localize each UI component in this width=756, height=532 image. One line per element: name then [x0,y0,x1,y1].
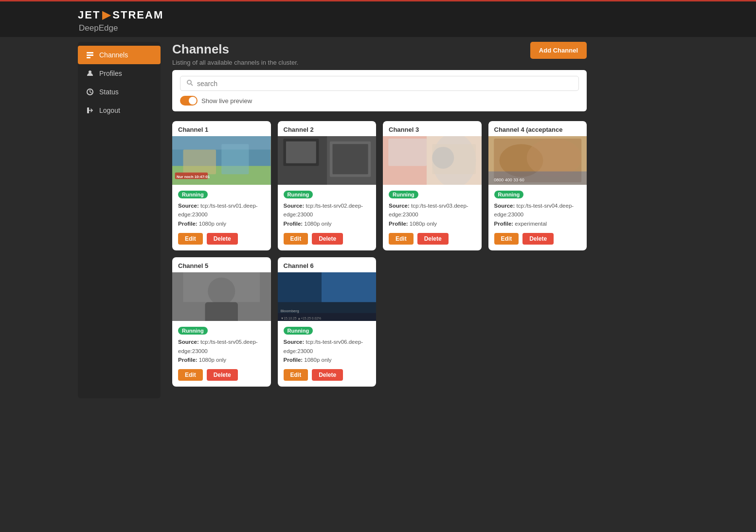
channel-5-thumb [172,272,271,321]
main-layout: Channels Profiles Status [0,37,756,398]
svg-text:▼15.10.25  ▲+15.25  0.02%: ▼15.10.25 ▲+15.25 0.02% [280,317,321,320]
channel-2-delete-button[interactable]: Delete [312,233,343,245]
channel-4-delete-button[interactable]: Delete [522,233,554,245]
channel-4-thumb: 0800 400 33 60 [488,136,587,185]
logo: JET ▶ STREAM [78,9,163,21]
channel-1-info: Source: tcp:/ts-test-srv01.deep-edge:230… [178,201,265,228]
channel-6-body: Running Source: tcp:/ts-test-srv06.deep-… [278,321,377,387]
svg-rect-35 [205,302,238,321]
channel-1-edit-button[interactable]: Edit [178,233,203,245]
page-subtitle: Listing of all available channels in the… [172,59,298,66]
sidebar-status-label: Status [99,88,119,96]
channel-5-info: Source: tcp:/ts-test-srv05.deep-edge:230… [178,337,265,364]
svg-line-6 [191,84,193,86]
channel-6-title: Channel 6 [278,257,377,272]
channel-grid-row1: Channel 1 Nur noch 10:47:01 [172,121,587,250]
channel-card-4: Channel 4 (acceptance 0800 400 33 60 Run [488,121,587,250]
show-preview-toggle[interactable] [180,96,198,106]
profiles-icon [86,69,94,78]
svg-rect-2 [87,57,90,58]
svg-rect-17 [286,142,316,163]
channel-2-edit-button[interactable]: Edit [284,233,308,245]
svg-text:0800 400 33 60: 0800 400 33 60 [494,177,524,182]
search-row [180,76,579,91]
sidebar-item-channels[interactable]: Channels [78,46,161,64]
svg-point-29 [526,139,581,177]
channel-3-body: Running Source: tcp:/ts-test-srv03.deep-… [383,185,482,250]
channel-card-5: Channel 5 Running Source: t [172,257,271,387]
svg-point-5 [187,80,191,84]
svg-text:Bloomberg: Bloomberg [280,309,299,313]
sidebar-channels-label: Channels [99,51,128,59]
content-area: Channels Listing of all available channe… [161,42,598,398]
channel-4-status: Running [494,191,524,198]
channel-4-actions: Edit Delete [494,233,581,245]
channel-4-info: Source: tcp:/ts-test-srv04.deep-edge:230… [494,201,581,228]
logo-text-stream: STREAM [112,9,163,21]
svg-rect-1 [87,54,93,56]
search-filter-box: Show live preview [172,70,587,111]
logout-icon [86,106,94,115]
channel-5-delete-button[interactable]: Delete [207,369,238,381]
svg-rect-19 [332,144,368,174]
channel-2-body: Running Source: tcp:/ts-test-srv02.deep-… [278,185,377,250]
channel-card-2: Channel 2 Running [278,121,377,250]
app-name: DeepEdge [78,23,118,33]
svg-rect-36 [183,272,260,302]
channel-6-info: Source: tcp:/ts-test-srv06.deep-edge:230… [284,337,371,364]
channel-3-thumb [383,136,482,185]
channel-3-status: Running [389,191,418,198]
channel-1-delete-button[interactable]: Delete [207,233,238,245]
add-channel-button[interactable]: Add Channel [530,42,587,59]
show-preview-row: Show live preview [180,96,579,106]
channel-4-edit-button[interactable]: Edit [494,233,519,245]
sidebar-logout-label: Logout [99,106,120,114]
status-icon [86,88,94,96]
channels-icon [86,51,94,59]
svg-point-25 [432,147,454,169]
channel-2-info: Source: tcp:/ts-test-srv02.deep-edge:230… [284,201,371,228]
channel-1-actions: Edit Delete [178,233,265,245]
channel-5-actions: Edit Delete [178,369,265,381]
channel-5-title: Channel 5 [172,257,271,272]
channel-2-actions: Edit Delete [284,233,371,245]
channel-6-delete-button[interactable]: Delete [312,369,343,381]
sidebar-item-status[interactable]: Status [78,83,161,101]
channel-3-info: Source: tcp:/ts-test-srv03.deep-edge:230… [389,201,476,228]
svg-rect-23 [388,139,427,166]
channel-3-delete-button[interactable]: Delete [417,233,449,245]
channel-5-body: Running Source: tcp:/ts-test-srv05.deep-… [172,321,271,387]
channel-1-status: Running [178,191,208,198]
channel-3-title: Channel 3 [383,121,482,136]
channel-card-6: Channel 6 Bloomberg ▼15.10.25 ▲+15.25 0.… [278,257,377,387]
channel-4-body: Running Source: tcp:/ts-test-srv04.deep-… [488,185,587,250]
channel-card-1: Channel 1 Nur noch 10:47:01 [172,121,271,250]
sidebar-profiles-label: Profiles [99,70,122,77]
channel-1-thumb: Nur noch 10:47:01 [172,136,271,185]
search-input[interactable] [197,80,573,88]
channel-5-edit-button[interactable]: Edit [178,369,203,381]
svg-rect-9 [183,150,216,175]
sidebar: Channels Profiles Status [78,42,161,398]
channel-grid-row2: Channel 5 Running Source: t [172,257,587,387]
svg-text:Nur noch 10:47:01: Nur noch 10:47:01 [177,175,210,179]
channel-6-thumb: Bloomberg ▼15.10.25 ▲+15.25 0.02% [278,272,377,321]
channel-5-status: Running [178,327,208,335]
sidebar-item-profiles[interactable]: Profiles [78,64,161,83]
channel-3-edit-button[interactable]: Edit [389,233,414,245]
sidebar-item-logout[interactable]: Logout [78,101,161,120]
logo-text-jet: JET [78,9,100,21]
content-header: Channels Listing of all available channe… [172,42,587,66]
logo-arrow-icon: ▶ [102,9,110,21]
channel-6-status: Running [284,327,313,335]
channel-2-title: Channel 2 [278,121,377,136]
header: JET ▶ STREAM DeepEdge [0,3,756,37]
svg-rect-11 [172,136,271,150]
channel-2-thumb [278,136,377,185]
channel-1-body: Running Source: tcp:/ts-test-srv01.deep-… [172,185,271,250]
search-icon [186,79,193,88]
svg-rect-0 [87,52,93,53]
page-title: Channels [172,42,298,57]
channel-6-edit-button[interactable]: Edit [284,369,308,381]
channel-1-title: Channel 1 [172,121,271,136]
